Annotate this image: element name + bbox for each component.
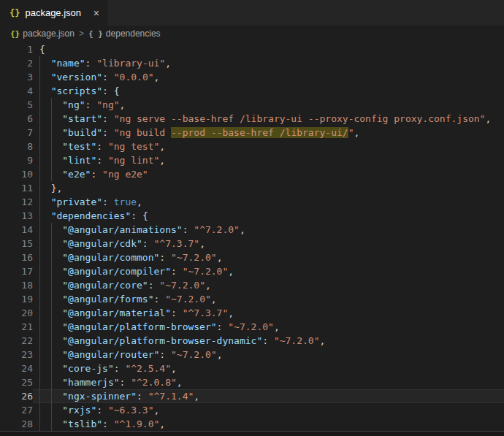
tab-label: package.json: [25, 7, 81, 18]
code-line[interactable]: 4"scripts": {: [0, 84, 504, 98]
code-token: "@angular/animations": [62, 224, 182, 235]
code-token: :: [102, 418, 114, 429]
indent-guide: [39, 153, 51, 167]
code-token: "core-js": [62, 363, 113, 374]
code-token: :: [91, 169, 102, 180]
code-line[interactable]: 18"@angular/core": "~7.2.0",: [0, 278, 504, 292]
indent-guide: [51, 112, 63, 126]
code-token: :: [96, 155, 108, 166]
code-token: "@angular/compiler": [62, 266, 171, 277]
code-line[interactable]: 20"@angular/material": "^7.3.7",: [0, 306, 504, 320]
code-line[interactable]: 3"version": "0.0.0",: [0, 70, 504, 84]
code-token: ,: [485, 113, 491, 124]
code-line[interactable]: 19"@angular/forms": "~7.2.0",: [0, 292, 504, 306]
code-token: "@angular/common": [62, 252, 159, 263]
code-token: :: [102, 196, 114, 207]
search-match-highlight: --prod --base-href /library-ui/: [171, 127, 348, 138]
code-token: ,: [137, 196, 142, 207]
code-line[interactable]: 7"build": "ng build --prod --base-href /…: [0, 126, 504, 139]
code-content: "test": "ng test",: [33, 139, 504, 153]
code-token: ,: [120, 99, 126, 110]
code-line[interactable]: 16"@angular/common": "~7.2.0",: [0, 250, 504, 264]
breadcrumb-file[interactable]: package.json: [23, 28, 75, 39]
code-token: {: [142, 210, 148, 221]
code-token: "^2.5.4": [125, 363, 171, 374]
indent-guide: [39, 98, 51, 112]
indent-guide: [39, 306, 51, 320]
code-token: ,: [159, 155, 165, 166]
indent-guide: [39, 223, 51, 237]
code-line[interactable]: 17"@angular/compiler": "~7.2.0",: [0, 264, 504, 278]
code-line[interactable]: 24"core-js": "^2.5.4",: [0, 362, 504, 375]
code-content: "lint": "ng lint",: [33, 153, 504, 167]
code-token: ,: [159, 418, 165, 429]
code-editor[interactable]: 1{2"name": "library-ui",3"version": "0.0…: [0, 42, 504, 431]
code-line[interactable]: 25"hammerjs": "^2.0.8",: [0, 375, 504, 389]
code-content: },: [33, 181, 504, 195]
close-icon[interactable]: ×: [91, 7, 102, 19]
code-token: "e2e": [62, 169, 91, 180]
indent-guide: [51, 250, 63, 264]
code-token: "@angular/platform-browser": [62, 321, 216, 332]
code-line[interactable]: 8"test": "ng test",: [0, 139, 504, 153]
code-line[interactable]: 11},: [0, 181, 504, 195]
line-number: 11: [0, 181, 33, 195]
code-token: "~7.2.0": [228, 321, 274, 332]
code-line[interactable]: 26"ngx-spinner": "^7.1.4",: [0, 389, 504, 403]
indent-guide: [51, 320, 63, 334]
code-line[interactable]: 2"name": "library-ui",: [0, 56, 504, 70]
indent-guide: [39, 264, 51, 278]
code-token: :: [159, 349, 171, 360]
code-token: ,: [154, 405, 160, 416]
code-content: "@angular/common": "~7.2.0",: [33, 250, 504, 264]
code-line[interactable]: 15"@angular/cdk": "^7.3.7",: [0, 237, 504, 250]
code-token: {: [39, 44, 45, 55]
code-line[interactable]: 6"start": "ng serve --base-href /library…: [0, 112, 504, 126]
indent-guide: [51, 153, 63, 167]
code-line[interactable]: 27"rxjs": "~6.3.3",: [0, 403, 504, 417]
code-line[interactable]: 28"tslib": "^1.9.0",: [0, 417, 504, 431]
line-number: 1: [0, 42, 33, 56]
indent-guide: [51, 306, 63, 320]
tab-bar: {} package.json ×: [0, 0, 504, 26]
code-line[interactable]: 12"private": true,: [0, 195, 504, 209]
code-token: "test": [62, 141, 96, 152]
code-content: "@angular/animations": "^7.2.0",: [33, 223, 504, 237]
code-token: ,: [205, 280, 211, 291]
code-token: true: [114, 196, 137, 207]
code-line[interactable]: 23"@angular/router": "~7.2.0",: [0, 348, 504, 362]
code-content: "@angular/material": "^7.3.7",: [33, 306, 504, 320]
code-token: "^7.3.7": [154, 238, 200, 249]
code-line[interactable]: 10"e2e": "ng e2e": [0, 167, 504, 181]
breadcrumb-symbol[interactable]: dependencies: [106, 28, 161, 39]
indent-guide: [51, 126, 63, 139]
code-content: "name": "library-ui",: [33, 56, 504, 70]
line-number: 25: [0, 375, 33, 389]
indent-guide: [39, 237, 51, 250]
indent-guide: [39, 417, 51, 431]
code-token: "start": [62, 113, 102, 124]
code-token: ,: [154, 72, 160, 83]
code-content: "rxjs": "~6.3.3",: [33, 403, 504, 417]
code-token: :: [102, 127, 114, 138]
code-line[interactable]: 9"lint": "ng lint",: [0, 153, 504, 167]
indent-guide: [51, 223, 63, 237]
indent-guide: [39, 126, 51, 139]
code-token: "ng": [96, 99, 119, 110]
code-token: "@angular/cdk": [62, 238, 142, 249]
code-token: },: [51, 183, 63, 194]
indent-guide: [51, 237, 63, 250]
tab-package-json[interactable]: {} package.json ×: [0, 0, 107, 26]
indent-guide: [51, 362, 63, 375]
code-content: "scripts": {: [33, 84, 504, 98]
line-number: 23: [0, 348, 33, 362]
breadcrumb: {} package.json > { } dependencies: [0, 26, 504, 42]
code-line[interactable]: 1{: [0, 42, 504, 56]
code-line[interactable]: 22"@angular/platform-browser-dynamic": "…: [0, 334, 504, 348]
code-line[interactable]: 21"@angular/platform-browser": "~7.2.0",: [0, 320, 504, 334]
code-token: "ng lint": [108, 155, 159, 166]
indent-guide: [39, 167, 51, 181]
code-line[interactable]: 13"dependencies": {: [0, 209, 504, 223]
code-line[interactable]: 5"ng": "ng",: [0, 98, 504, 112]
code-line[interactable]: 14"@angular/animations": "^7.2.0",: [0, 223, 504, 237]
